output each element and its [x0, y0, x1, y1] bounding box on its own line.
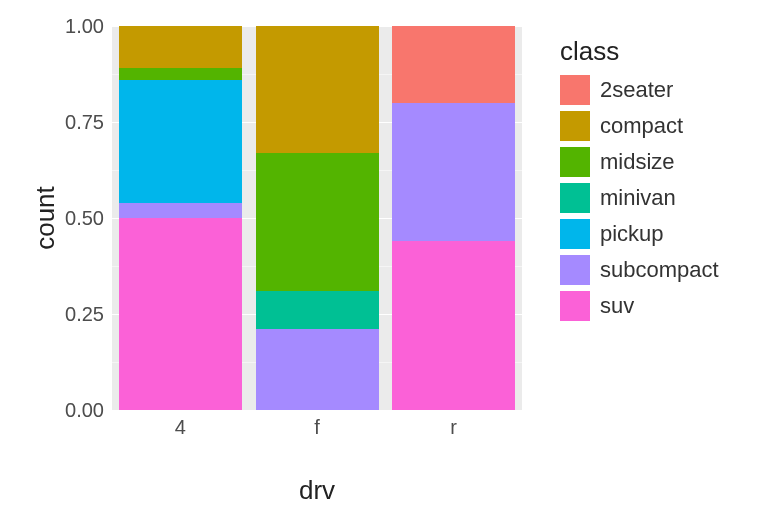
legend-label: subcompact — [600, 257, 719, 283]
x-axis-title: drv — [112, 475, 522, 506]
legend-item-2seater: 2seater — [560, 75, 719, 105]
x-tick-label: r — [450, 416, 457, 439]
seg-suv — [392, 241, 515, 410]
legend-key-compact — [560, 111, 590, 141]
legend-label: midsize — [600, 149, 675, 175]
legend-key-subcompact — [560, 255, 590, 285]
seg-midsize — [256, 153, 379, 291]
chart-root: count 0.000.250.500.751.00 4fr drv class… — [0, 0, 768, 512]
legend-label: minivan — [600, 185, 676, 211]
y-tick-label: 0.50 — [54, 207, 104, 230]
legend-item-suv: suv — [560, 291, 719, 321]
y-tick-label: 0.00 — [54, 399, 104, 422]
seg-minivan — [256, 291, 379, 329]
legend-key-midsize — [560, 147, 590, 177]
legend: class 2seatercompactmidsizeminivanpickup… — [560, 36, 719, 327]
seg-compact — [119, 26, 242, 68]
legend-item-pickup: pickup — [560, 219, 719, 249]
legend-label: suv — [600, 293, 634, 319]
legend-key-minivan — [560, 183, 590, 213]
seg-2seater — [392, 26, 515, 103]
y-tick-label: 0.25 — [54, 303, 104, 326]
legend-item-compact: compact — [560, 111, 719, 141]
plot-panel — [112, 26, 522, 410]
seg-subcompact — [256, 329, 379, 410]
y-tick-label: 1.00 — [54, 15, 104, 38]
bar-r — [392, 26, 515, 410]
legend-item-subcompact: subcompact — [560, 255, 719, 285]
seg-pickup — [119, 80, 242, 203]
legend-label: 2seater — [600, 77, 673, 103]
legend-item-minivan: minivan — [560, 183, 719, 213]
legend-key-pickup — [560, 219, 590, 249]
legend-label: pickup — [600, 221, 664, 247]
x-tick-label: 4 — [175, 416, 186, 439]
y-tick-label: 0.75 — [54, 111, 104, 134]
legend-item-midsize: midsize — [560, 147, 719, 177]
legend-key-suv — [560, 291, 590, 321]
legend-label: compact — [600, 113, 683, 139]
bar-4 — [119, 26, 242, 410]
legend-title: class — [560, 36, 719, 67]
seg-suv — [119, 218, 242, 410]
legend-key-2seater — [560, 75, 590, 105]
x-tick-label: f — [314, 416, 320, 439]
seg-subcompact — [392, 103, 515, 241]
bar-f — [256, 26, 379, 410]
seg-subcompact — [119, 203, 242, 218]
seg-midsize — [119, 68, 242, 80]
seg-compact — [256, 26, 379, 153]
